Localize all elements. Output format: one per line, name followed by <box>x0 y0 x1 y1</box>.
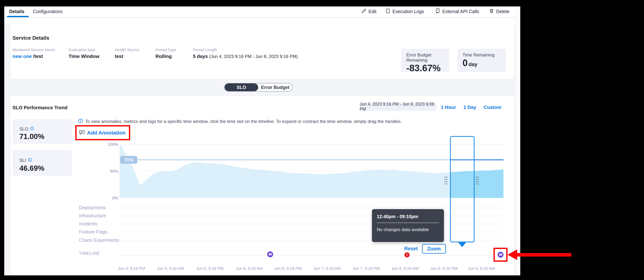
add-annotation-button[interactable]: Add Annotation <box>79 130 126 136</box>
range-link-1-day[interactable]: 1 Day <box>464 105 476 110</box>
timeline-line <box>120 255 504 255</box>
monitored-service-env: /test <box>33 54 43 59</box>
x-axis-label: Jun 5, 9:16 PM <box>190 266 230 271</box>
document-icon <box>385 8 390 15</box>
y-axis-label-0: 0% <box>100 196 118 200</box>
field-monitored-service: Monitored Service Name new one /test <box>12 48 55 59</box>
error-budget-value: -83.67% <box>406 64 444 73</box>
header-divider <box>4 17 515 18</box>
annotation-marker-icon[interactable] <box>267 251 273 257</box>
row-label-feature-flags: Feature Flags <box>79 229 107 235</box>
selection-left-drag-handle[interactable] <box>444 176 448 185</box>
delete-button[interactable]: Delete <box>489 8 509 15</box>
row-label-incidents: Incidents <box>79 221 97 226</box>
range-link-custom[interactable]: Custom <box>484 105 502 110</box>
execution-logs-label: Execution Logs <box>392 9 424 14</box>
x-axis-label: Jun 9, 9:16 AM <box>461 266 502 271</box>
tooltip-time-range: 12:40pm - 09:10pm <box>377 214 439 219</box>
slo-value: 71.00% <box>19 132 44 141</box>
row-line <box>120 232 504 232</box>
view-toggle: SLO Error Budget <box>224 83 293 92</box>
new-annotation-marker-icon[interactable] <box>498 252 504 258</box>
x-axis-label: Jun 5, 9:16 AM <box>150 266 191 271</box>
red-arrow-shaft <box>516 253 571 256</box>
field-evaluation-type: Evaluation type Time Window <box>68 48 100 59</box>
external-api-calls-label: External API Calls <box>442 9 479 14</box>
x-axis-label: Jun 7, 9:16 AM <box>307 266 348 271</box>
x-axis-label: Jun 8, 9:16 AM <box>385 266 425 271</box>
slo-trend-title: SLO Performance Trend <box>12 105 68 111</box>
toggle-option-error-budget[interactable]: Error Budget <box>258 83 292 91</box>
toggle-option-slo[interactable]: SLO <box>225 83 258 91</box>
add-annotation-label: Add Annotation <box>87 130 126 136</box>
range-link-1-hour[interactable]: 1 Hour <box>441 105 456 110</box>
date-range-chip[interactable]: Jun 4, 2023 9:16 PM - Jun 9, 2023 9:09 P… <box>360 103 437 111</box>
field-health-source: Health Source test <box>115 48 139 59</box>
sli-info-icon[interactable] <box>28 158 32 163</box>
screenshot-stage: Details Configurations Edit Execution Lo… <box>0 0 644 280</box>
error-budget-remaining-box: Error Budget Remaining -83.67% <box>401 49 449 72</box>
field-period-type: Period Type Rolling <box>156 48 176 59</box>
field-period-length: Period Length 5 days (Jun 4, 2023 9:16 P… <box>193 48 298 59</box>
tab-details[interactable]: Details <box>9 9 24 14</box>
monitored-service-link[interactable]: new one <box>12 54 32 59</box>
sli-summary-card: SLI 46.69% <box>12 150 72 176</box>
info-text: To view anomalies, metrics and logs for … <box>85 119 454 124</box>
execution-logs-button[interactable]: Execution Logs <box>385 8 424 15</box>
selection-right-drag-handle[interactable] <box>476 176 479 185</box>
tab-configurations[interactable]: Configurations <box>33 9 62 14</box>
row-line <box>120 240 504 240</box>
scrollbar-track[interactable] <box>515 7 520 275</box>
selection-pointer <box>458 242 466 247</box>
target-badge: 71% <box>120 156 137 164</box>
tooltip-body: No changes data available <box>377 227 439 232</box>
time-remaining-value: 0 <box>462 58 468 68</box>
api-document-icon: API <box>435 8 440 15</box>
slo-label: SLO <box>19 126 28 132</box>
y-axis-label-50: 50% <box>100 169 118 174</box>
row-line <box>120 208 504 208</box>
edit-label: Edit <box>368 9 376 14</box>
row-line <box>120 224 504 224</box>
x-axis-label: Jun 8, 9:16 PM <box>424 266 464 271</box>
row-label-deployments: Deployments <box>79 205 106 210</box>
active-tab-underline <box>7 16 29 17</box>
tooltip-divider <box>377 223 439 223</box>
service-details-title: Service Details <box>12 35 49 41</box>
external-api-calls-button[interactable]: API External API Calls <box>435 8 479 15</box>
x-axis-label: Jun 4, 9:16 PM <box>111 266 152 271</box>
x-axis-label: Jun 7, 9:16 PM <box>346 266 386 271</box>
x-axis-label: Jun 6, 9:16 PM <box>268 266 308 271</box>
red-arrow-head <box>508 249 517 260</box>
x-axis-label: Jun 6, 9:16 AM <box>229 266 270 271</box>
timeline-tooltip: 12:40pm - 09:10pm No changes data availa… <box>372 209 444 242</box>
time-remaining-box: Time Remaining 0 day <box>457 49 506 72</box>
y-axis-label-100: 100% <box>100 142 118 147</box>
pencil-icon <box>361 8 367 15</box>
row-label-infrastructure: Infrastructure <box>79 213 106 218</box>
reset-button[interactable]: Reset <box>404 246 418 251</box>
slo-info-icon[interactable] <box>30 126 34 132</box>
sli-value: 46.69% <box>19 164 44 172</box>
period-length-dates: (Jun 4, 2023 9:16 PM - Jun 9, 2023 9:16 … <box>209 54 298 59</box>
edit-button[interactable]: Edit <box>361 8 376 15</box>
field-label: Monitored Service Name <box>12 48 55 52</box>
svg-text:API: API <box>436 12 438 14</box>
zoom-button[interactable]: Zoom <box>422 244 446 254</box>
trash-icon <box>489 8 494 15</box>
time-selection-window[interactable] <box>450 136 474 242</box>
slo-trend-chart[interactable] <box>120 136 504 198</box>
slo-summary-card: SLO 71.00% <box>12 119 72 144</box>
sli-label: SLI <box>19 158 26 163</box>
timeline-label: TIMELINE <box>79 251 100 256</box>
info-icon <box>78 119 83 124</box>
error-marker-icon[interactable]: ! <box>404 252 410 257</box>
delete-label: Delete <box>496 9 509 14</box>
row-label-chaos-experiments: Chaos Experiments <box>79 237 119 243</box>
time-remaining-unit: day <box>468 62 477 67</box>
row-line <box>120 216 504 216</box>
annotation-bubble-icon <box>79 130 85 136</box>
